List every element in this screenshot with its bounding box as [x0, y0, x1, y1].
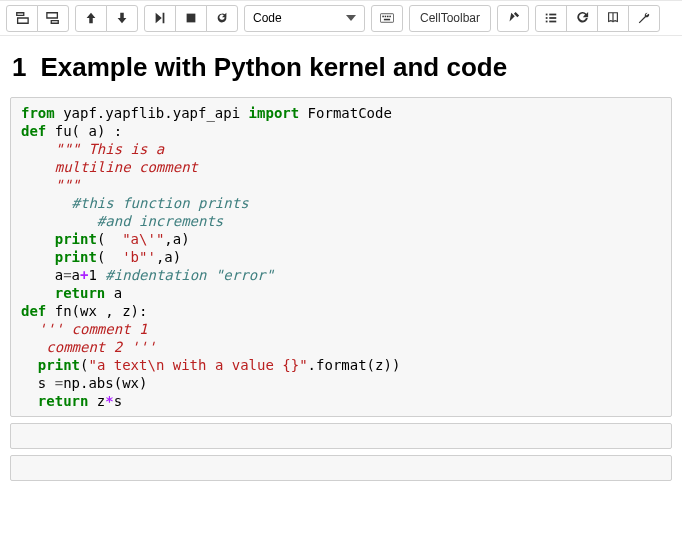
move-cell-up-button[interactable] [75, 5, 107, 32]
main-toolbar: Code Markdown Raw NBConvert Heading Cell… [0, 0, 682, 36]
interrupt-kernel-button[interactable] [175, 5, 207, 32]
arrow-down-icon [115, 11, 129, 25]
toggle-toc-button[interactable] [535, 5, 567, 32]
legal-icon [506, 11, 520, 25]
heading-1: 1Example with Python kernel and code [12, 52, 672, 83]
reload-toc-button[interactable] [566, 5, 598, 32]
wrench-icon [637, 11, 651, 25]
code-content[interactable]: from yapf.yapflib.yapf_api import Format… [21, 104, 663, 410]
svg-rect-11 [546, 21, 548, 23]
insert-above-icon [15, 11, 29, 25]
svg-rect-6 [384, 19, 390, 21]
svg-rect-3 [385, 16, 387, 18]
svg-rect-9 [546, 17, 548, 19]
cell-type-select[interactable]: Code Markdown Raw NBConvert Heading [244, 5, 365, 32]
insert-below-icon [46, 11, 60, 25]
empty-code-cell[interactable] [10, 423, 672, 449]
refresh-icon [575, 11, 589, 25]
move-cell-down-button[interactable] [106, 5, 138, 32]
svg-rect-8 [549, 14, 556, 16]
keyboard-icon [380, 11, 394, 25]
insert-cell-below-button[interactable] [37, 5, 69, 32]
svg-rect-5 [389, 16, 391, 18]
svg-rect-12 [549, 21, 556, 23]
notebook-area: 1Example with Python kernel and code fro… [0, 36, 682, 481]
svg-rect-1 [380, 14, 393, 23]
svg-rect-4 [387, 16, 389, 18]
insert-cell-above-button[interactable] [6, 5, 38, 32]
heading-text: Example with Python kernel and code [40, 52, 507, 82]
empty-code-cell[interactable] [10, 455, 672, 481]
svg-rect-10 [549, 17, 556, 19]
svg-rect-7 [546, 14, 548, 16]
toc-settings-button[interactable] [597, 5, 629, 32]
run-cell-button[interactable] [144, 5, 176, 32]
code-cell[interactable]: from yapf.yapflib.yapf_api import Format… [10, 97, 672, 417]
svg-rect-0 [187, 14, 196, 23]
stop-icon [184, 11, 198, 25]
arrow-up-icon [84, 11, 98, 25]
cell-toolbar-button[interactable]: CellToolbar [409, 5, 491, 32]
repeat-icon [215, 11, 229, 25]
svg-rect-2 [382, 16, 384, 18]
list-icon [544, 11, 558, 25]
section-number: 1 [12, 52, 26, 82]
restart-kernel-button[interactable] [206, 5, 238, 32]
command-palette-button[interactable] [371, 5, 403, 32]
step-forward-icon [153, 11, 167, 25]
markdown-cell[interactable]: 1Example with Python kernel and code [10, 52, 672, 83]
code-prettify-button[interactable] [497, 5, 529, 32]
book-icon [606, 11, 620, 25]
toc-tools-button[interactable] [628, 5, 660, 32]
